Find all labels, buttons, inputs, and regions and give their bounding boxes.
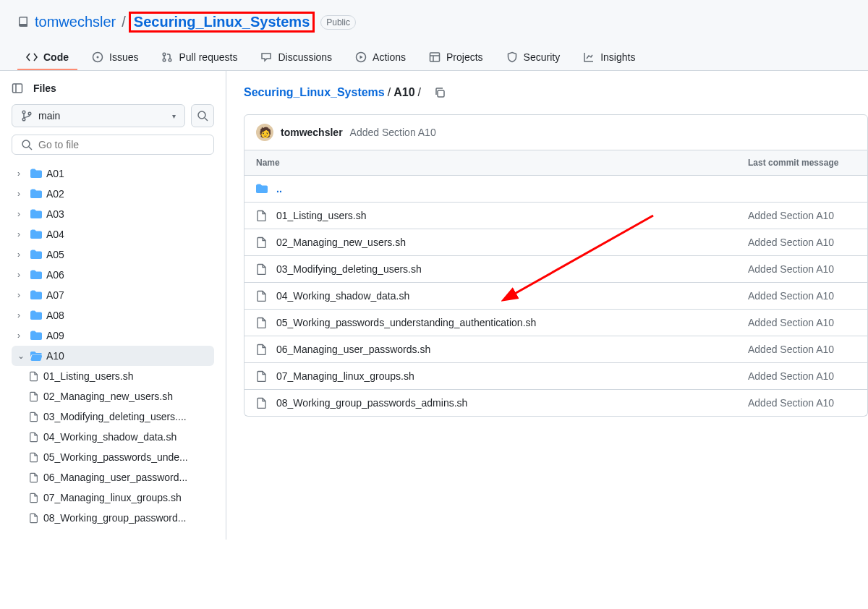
folder-icon: [30, 330, 42, 341]
file-icon: [256, 344, 268, 355]
play-icon: [355, 51, 367, 63]
breadcrumb-current: A10: [393, 86, 414, 99]
file-icon: [256, 263, 268, 275]
tree-file-05_working_passwords_unde...[interactable]: 05_Working_passwords_unde...: [12, 447, 214, 467]
tree-folder-a04[interactable]: ›A04: [12, 224, 214, 244]
tab-discussions[interactable]: Discussions: [252, 46, 341, 70]
tab-pull-requests[interactable]: Pull requests: [153, 46, 246, 70]
file-filter[interactable]: [12, 135, 214, 155]
tree-folder-a07[interactable]: ›A07: [12, 285, 214, 305]
row-commit-msg[interactable]: Added Section A10: [748, 210, 834, 221]
tab-projects[interactable]: Projects: [420, 46, 492, 70]
row-commit-msg[interactable]: Added Section A10: [748, 370, 834, 382]
file-row[interactable]: 08_Working_group_passwords_admins.shAdde…: [244, 390, 867, 416]
chevron-down-icon: ▾: [172, 112, 176, 120]
tab-code[interactable]: Code: [17, 46, 77, 70]
file-name[interactable]: 06_Managing_user_passwords.sh: [276, 344, 430, 355]
tree-file-04_working_shadow_data.sh[interactable]: 04_Working_shadow_data.sh: [12, 427, 214, 447]
repo-nav: CodeIssuesPull requestsDiscussionsAction…: [17, 46, 851, 70]
row-commit-msg[interactable]: Added Section A10: [748, 344, 834, 355]
annotation-highlight: Securing_Linux_Systems: [129, 12, 315, 33]
graph-icon: [583, 51, 595, 63]
file-row[interactable]: 06_Managing_user_passwords.shAdded Secti…: [244, 336, 867, 363]
code-icon: [26, 51, 38, 63]
tree-folder-a03[interactable]: ›A03: [12, 204, 214, 224]
tree-folder-a01[interactable]: ›A01: [12, 163, 214, 184]
commit-author[interactable]: tomwechsler: [281, 127, 343, 138]
svg-point-8: [163, 53, 166, 56]
file-row[interactable]: 04_Working_shadow_data.shAdded Section A…: [244, 283, 867, 310]
file-row[interactable]: 07_Managing_linux_groups.shAdded Section…: [244, 363, 867, 390]
row-commit-msg[interactable]: Added Section A10: [748, 263, 834, 275]
search-tree-button[interactable]: [191, 104, 214, 127]
branch-picker[interactable]: main ▾: [12, 104, 185, 127]
tree-folder-a08[interactable]: ›A08: [12, 305, 214, 325]
tree-folder-a09[interactable]: ›A09: [12, 325, 214, 346]
latest-commit-bar[interactable]: 🧑 tomwechsler Added Section A10: [244, 114, 868, 150]
repo-name-link[interactable]: Securing_Linux_Systems: [134, 14, 310, 30]
file-icon: [29, 431, 39, 443]
tree-file-07_managing_linux_groups.sh[interactable]: 07_Managing_linux_groups.sh: [12, 487, 214, 508]
tree-item-label: 04_Working_shadow_data.sh: [43, 431, 176, 443]
tree-item-label: A01: [46, 168, 64, 179]
avatar[interactable]: 🧑: [256, 124, 273, 141]
tree-item-label: 02_Managing_new_users.sh: [43, 391, 173, 402]
breadcrumb: Securing_Linux_Systems / A10 /: [244, 82, 868, 103]
file-row[interactable]: 02_Managing_new_users.shAdded Section A1…: [244, 229, 867, 256]
tab-actions[interactable]: Actions: [346, 46, 414, 70]
file-icon: [256, 237, 268, 248]
file-icon: [256, 210, 268, 221]
tab-security[interactable]: Security: [498, 46, 569, 70]
tree-item-label: 08_Working_group_password...: [43, 512, 186, 524]
tab-label: Projects: [446, 51, 483, 63]
chevron-icon: ›: [17, 310, 26, 320]
tree-item-label: 05_Working_passwords_unde...: [43, 451, 188, 463]
file-name[interactable]: 07_Managing_linux_groups.sh: [276, 370, 414, 382]
row-commit-msg[interactable]: Added Section A10: [748, 317, 834, 328]
tree-file-03_modifying_deleting_users....[interactable]: 03_Modifying_deleting_users....: [12, 406, 214, 427]
tree-file-01_listing_users.sh[interactable]: 01_Listing_users.sh: [12, 366, 214, 386]
file-name[interactable]: 02_Managing_new_users.sh: [276, 237, 406, 248]
file-name[interactable]: 03_Modifying_deleting_users.sh: [276, 263, 422, 275]
file-row[interactable]: 05_Working_passwords_understanding_authe…: [244, 310, 867, 336]
row-commit-msg[interactable]: Added Section A10: [748, 290, 834, 302]
chevron-icon: ›: [17, 169, 26, 179]
tree-folder-a02[interactable]: ›A02: [12, 184, 214, 204]
chevron-icon: ›: [17, 209, 26, 219]
commit-message[interactable]: Added Section A10: [350, 127, 436, 138]
col-commit-msg: Last commit message: [748, 158, 838, 168]
file-row[interactable]: 01_Listing_users.shAdded Section A10: [244, 203, 867, 229]
copy-path-button[interactable]: [430, 82, 450, 103]
file-filter-input[interactable]: [38, 139, 205, 150]
repo-owner-link[interactable]: tomwechsler: [35, 14, 116, 30]
breadcrumb-root[interactable]: Securing_Linux_Systems: [244, 86, 385, 99]
chevron-icon: ›: [17, 331, 26, 341]
tree-item-label: A05: [46, 249, 64, 260]
tree-file-08_working_group_password...[interactable]: 08_Working_group_password...: [12, 508, 214, 528]
tree-file-02_managing_new_users.sh[interactable]: 02_Managing_new_users.sh: [12, 386, 214, 406]
tree-file-06_managing_user_password...[interactable]: 06_Managing_user_password...: [12, 467, 214, 487]
file-row[interactable]: 03_Modifying_deleting_users.shAdded Sect…: [244, 256, 867, 283]
tree-item-label: 03_Modifying_deleting_users....: [43, 411, 187, 422]
file-name[interactable]: 05_Working_passwords_understanding_authe…: [276, 317, 536, 328]
row-commit-msg[interactable]: Added Section A10: [748, 397, 834, 409]
tab-insights[interactable]: Insights: [574, 46, 644, 70]
pr-icon: [161, 51, 173, 63]
tree-folder-a05[interactable]: ›A05: [12, 244, 214, 265]
tree-item-label: 01_Listing_users.sh: [43, 370, 134, 382]
tree-item-label: 06_Managing_user_password...: [43, 472, 187, 483]
tab-issues[interactable]: Issues: [83, 46, 147, 70]
folder-icon: [30, 350, 42, 362]
file-name[interactable]: 01_Listing_users.sh: [276, 210, 367, 221]
panel-icon[interactable]: [12, 82, 23, 94]
tab-label: Security: [524, 51, 561, 63]
folder-icon: [256, 183, 268, 195]
parent-dir-row[interactable]: ..: [244, 176, 867, 203]
file-name[interactable]: 04_Working_shadow_data.sh: [276, 290, 409, 302]
tree-folder-a10[interactable]: ⌄A10: [12, 346, 214, 366]
col-name: Name: [256, 158, 748, 168]
tree-folder-a06[interactable]: ›A06: [12, 265, 214, 285]
row-commit-msg[interactable]: Added Section A10: [748, 237, 834, 248]
file-name[interactable]: 08_Working_group_passwords_admins.sh: [276, 397, 467, 409]
file-listing-content: Securing_Linux_Systems / A10 / 🧑 tomwech…: [226, 71, 868, 540]
